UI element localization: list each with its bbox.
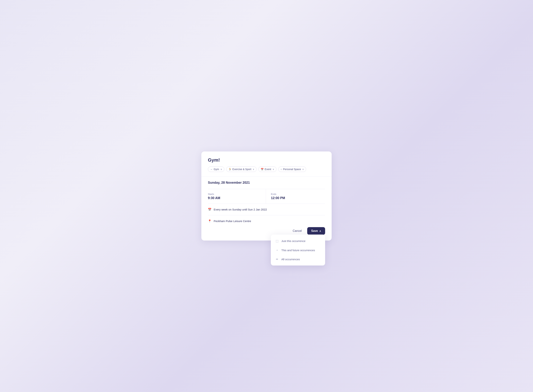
footer: Cancel Save ∧ ⬚ Just this occurrence → T… [208, 227, 325, 235]
starts-block: Starts 9:30 AM [208, 189, 266, 204]
ends-label: Ends [271, 193, 325, 196]
location-row: 📍 Peckham Pulse Leisure Centre [208, 215, 325, 225]
recurrence-icon: 📅 [208, 208, 212, 211]
save-button[interactable]: Save ∧ [307, 227, 325, 235]
just-this-label: Just this occurrence [281, 239, 305, 243]
event-card: Gym! ↔ Gym ∨ 🏃 Exercise & Sport ∨ 📅 Even… [201, 151, 332, 241]
location-text: Peckham Pulse Leisure Centre [214, 219, 251, 223]
all-icon: ∞ [275, 257, 279, 261]
future-occurrences[interactable]: → This and future occurrences [271, 246, 325, 255]
location-icon: 📍 [208, 219, 212, 223]
exercise-icon: 🏃 [228, 168, 232, 171]
personal-space-icon: ○ [281, 168, 282, 171]
chevron-down-icon: ∨ [221, 168, 222, 170]
tag-exercise-label: Exercise & Sport [232, 168, 251, 171]
ends-block: Ends 12:00 PM [266, 189, 325, 204]
recurrence-row: 📅 Every week on Sunday until Sun 2 Jan 2… [208, 204, 325, 215]
just-this-icon: ⬚ [275, 239, 279, 243]
all-occurrences[interactable]: ∞ All occurrences [271, 255, 325, 264]
ends-time[interactable]: 12:00 PM [271, 196, 325, 200]
event-date: Sunday, 28 November 2021 [208, 177, 325, 189]
future-label: This and future occurrences [281, 249, 315, 252]
event-icon: 📅 [261, 168, 264, 171]
time-row: Starts 9:30 AM Ends 12:00 PM [208, 189, 325, 204]
tag-event[interactable]: 📅 Event ∨ [258, 167, 276, 172]
tags-row: ↔ Gym ∨ 🏃 Exercise & Sport ∨ 📅 Event ∨ ○… [208, 167, 325, 172]
tag-gym-label: Gym [214, 168, 219, 171]
scene: Gym! ↔ Gym ∨ 🏃 Exercise & Sport ∨ 📅 Even… [201, 151, 332, 241]
chevron-down-icon-3: ∨ [273, 168, 274, 170]
all-label: All occurrences [281, 258, 300, 261]
chevron-up-icon: ∧ [319, 230, 321, 232]
event-title: Gym! [208, 157, 325, 163]
save-label: Save [311, 229, 318, 233]
starts-time[interactable]: 9:30 AM [208, 196, 262, 200]
chevron-down-icon-4: ∨ [302, 168, 304, 170]
future-icon: → [275, 248, 279, 252]
gym-icon: ↔ [210, 168, 213, 171]
tag-personal-space[interactable]: ○ Personal Space ∨ [278, 167, 306, 172]
tag-exercise-sport[interactable]: 🏃 Exercise & Sport ∨ [226, 167, 257, 172]
recurrence-text: Every week on Sunday until Sun 2 Jan 202… [214, 208, 267, 211]
chevron-down-icon-2: ∨ [253, 168, 254, 170]
just-this-occurrence[interactable]: ⬚ Just this occurrence [271, 236, 325, 246]
tag-event-label: Event [265, 168, 271, 171]
cancel-button[interactable]: Cancel [290, 228, 305, 234]
tag-personal-space-label: Personal Space [283, 168, 301, 171]
save-dropdown: ⬚ Just this occurrence → This and future… [271, 234, 325, 266]
starts-label: Starts [208, 193, 262, 196]
tag-gym[interactable]: ↔ Gym ∨ [208, 167, 224, 172]
